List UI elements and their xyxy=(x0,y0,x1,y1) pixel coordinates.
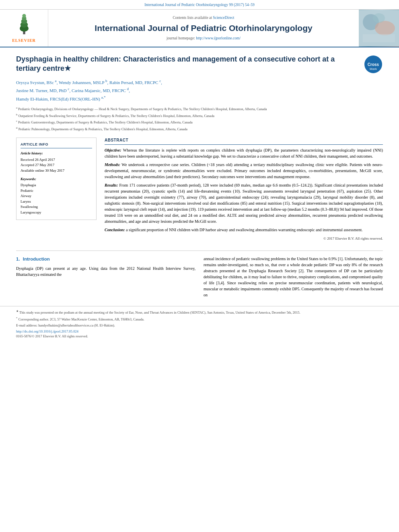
footnote-email: E-mail address: handyelhakim@albertaheal… xyxy=(16,323,383,328)
svg-point-8 xyxy=(375,21,395,35)
intro-right-column: annual incidence of pediatric swallowing… xyxy=(204,256,383,298)
contents-label: Contents lists available at xyxy=(173,16,212,20)
footer-doi[interactable]: http://dx.doi.org/10.1016/j.ijporl.2017.… xyxy=(16,329,383,334)
author-6: Hamdy El-Hakim, FRCS(Ed) FRCS(ORL-HN) a,… xyxy=(16,97,106,101)
svg-point-9 xyxy=(373,13,385,23)
accepted-date: Accepted 27 May 2017 xyxy=(21,162,92,168)
author-2: Wendy Johannsen, MSLP b, xyxy=(59,80,109,85)
affiliation-b: b Outpatient Feeding & Swallowing Servic… xyxy=(16,113,383,119)
page: International Journal of Pediatric Otorh… xyxy=(0,0,399,532)
journal-header: ELSEVIER Contents lists available at Sci… xyxy=(0,10,399,47)
intro-heading: 1. Introduction xyxy=(16,256,195,262)
copyright-notice: © 2017 Elsevier B.V. All rights reserved… xyxy=(105,236,383,241)
article-info-box: ARTICLE INFO Article history: Received 2… xyxy=(16,138,97,220)
abstract-methods: Methods: We undertook a retrospective ca… xyxy=(105,162,383,180)
section-title: Introduction xyxy=(23,257,50,261)
article-history: Article history: Received 26 April 2017 … xyxy=(21,151,92,173)
author-4: Justine M. Turner, MD, PhD c, xyxy=(16,88,72,93)
svg-rect-10 xyxy=(363,34,395,42)
abstract-label: ABSTRACT xyxy=(105,138,383,145)
affiliation-c: c Pediatric Gastroenterology, Department… xyxy=(16,119,383,125)
footnote-corresponding: * Corresponding author. 2C3, 57 Walter M… xyxy=(16,316,383,322)
authors-section: Orysya Svystun, BSc a, Wendy Johannsen, … xyxy=(16,78,383,103)
article-info-column: ARTICLE INFO Article history: Received 2… xyxy=(16,138,97,245)
methods-text: We undertook a retrospective case series… xyxy=(105,162,383,179)
history-label: Article history: xyxy=(21,151,92,156)
section-divider xyxy=(16,251,383,251)
methods-label: Methods: xyxy=(105,162,120,167)
journal-cover xyxy=(359,10,399,46)
abstract-objective: Objective: Whereas the literature is rep… xyxy=(105,147,383,159)
main-content: Dysphagia in healthy children: Character… xyxy=(0,47,399,306)
homepage-url[interactable]: http://www.ijporlonline.com/ xyxy=(196,36,241,40)
objective-label: Objective: xyxy=(105,148,121,152)
journal-reference-bar: International Journal of Pediatric Otorh… xyxy=(0,0,399,10)
intro-left-column: 1. Introduction Dysphagia (DP) can prese… xyxy=(16,256,195,298)
keywords-label: Keywords: xyxy=(21,177,92,182)
section-number: 1. xyxy=(16,257,20,261)
svg-text:Mark: Mark xyxy=(370,67,377,71)
keyword-6: Laryngoscopy xyxy=(21,210,92,215)
sciencedirect-link[interactable]: ScienceDirect xyxy=(213,16,234,20)
keywords-section: Keywords: Dysphagia Pediatric Airway Lar… xyxy=(21,177,92,215)
contents-line: Contents lists available at ScienceDirec… xyxy=(56,15,351,21)
homepage-label: journal homepage: xyxy=(167,36,195,40)
svg-text:Cross: Cross xyxy=(368,62,379,67)
journal-ref-text: International Journal of Pediatric Otorh… xyxy=(144,3,255,7)
journal-title: International Journal of Pediatric Otorh… xyxy=(56,22,351,34)
introduction-section: 1. Introduction Dysphagia (DP) can prese… xyxy=(16,256,383,298)
results-text: From 171 consecutive patients (37-month … xyxy=(105,183,383,224)
elsevier-brand-text: ELSEVIER xyxy=(12,38,36,43)
author-3: Rabin Persad, MD, FRCPC c, xyxy=(109,80,162,85)
abstract-box: ABSTRACT Objective: Whereas the literatu… xyxy=(105,138,383,233)
page-footer: ★ This study was presented on the podium… xyxy=(0,306,399,342)
cover-image xyxy=(359,10,399,46)
abstract-conclusion: Conclusion: a significant proportion of … xyxy=(105,227,383,233)
intro-right-text: annual incidence of pediatric swallowing… xyxy=(204,256,383,298)
keyword-5: Swallowing xyxy=(21,204,92,210)
affiliation-d: d Pediatric Pulmonology, Departments of … xyxy=(16,126,383,132)
author-5: Carina Majaesic, MD, FRCPC d, xyxy=(72,88,130,93)
objective-text: Whereas the literature is replete with r… xyxy=(105,148,383,158)
journal-homepage: journal homepage: http://www.ijporlonlin… xyxy=(56,36,351,41)
affiliations-section: a Pediatric Otolaryngology, Divisions of… xyxy=(16,106,383,131)
abstract-column: ABSTRACT Objective: Whereas the literatu… xyxy=(105,138,383,245)
conclusion-label: Conclusion: xyxy=(105,228,125,232)
crossmark-badge[interactable]: Cross Mark xyxy=(364,55,383,74)
footnote-star: ★ This study was presented on the podium… xyxy=(16,310,383,315)
author-1: Orysya Svystun, BSc a, xyxy=(16,80,59,85)
footer-issn: 0165-5876/© 2017 Elsevier B.V. All right… xyxy=(16,334,383,339)
results-label: Results: xyxy=(105,183,118,187)
keyword-1: Dysphagia xyxy=(21,183,92,188)
abstract-results: Results: From 171 consecutive patients (… xyxy=(105,182,383,224)
svg-point-5 xyxy=(22,14,26,18)
keyword-3: Airway xyxy=(21,193,92,199)
keyword-2: Pediatric xyxy=(21,188,92,193)
elsevier-logo: ELSEVIER xyxy=(12,13,36,43)
affiliation-a: a Pediatric Otolaryngology, Divisions of… xyxy=(16,106,383,112)
article-title-section: Dysphagia in healthy children: Character… xyxy=(16,55,383,74)
intro-left-text: Dysphagia (DP) can present at any age. U… xyxy=(16,265,195,277)
journal-info-center: Contents lists available at ScienceDirec… xyxy=(48,10,359,46)
article-info-label: ARTICLE INFO xyxy=(21,142,92,149)
article-title: Dysphagia in healthy children: Character… xyxy=(16,55,383,74)
crossmark-icon: Cross Mark xyxy=(364,55,383,74)
keyword-4: Larynx xyxy=(21,199,92,204)
svg-rect-0 xyxy=(23,31,25,34)
available-date: Available online 30 May 2017 xyxy=(21,168,92,173)
elsevier-tree-icon xyxy=(12,13,36,35)
received-date: Received 26 April 2017 xyxy=(21,157,92,162)
conclusion-text: a significant proportion of NNI children… xyxy=(126,228,362,232)
article-info-abstract-section: ARTICLE INFO Article history: Received 2… xyxy=(16,138,383,245)
elsevier-logo-section: ELSEVIER xyxy=(0,10,48,46)
